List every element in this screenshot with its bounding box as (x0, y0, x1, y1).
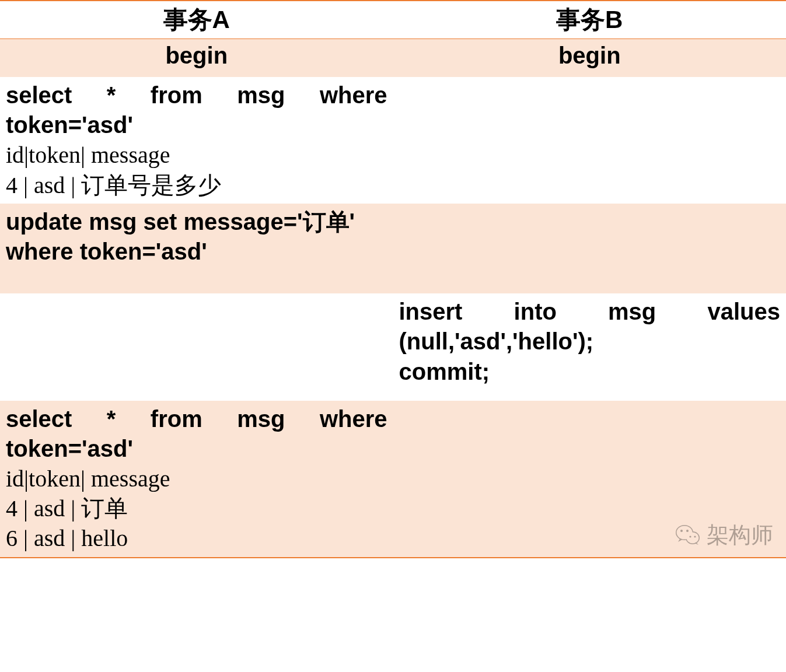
sql-commit: commit; (399, 357, 781, 387)
sql-update: update msg set message='订单' where token=… (6, 207, 387, 267)
svg-point-5 (686, 530, 689, 532)
header-row: 事务A 事务B (0, 1, 786, 39)
sql-select-2: select * from msg where token='asd' (6, 404, 387, 464)
sql-line: insert into msg values (399, 297, 781, 327)
step-1-row: select * from msg where token='asd' id|t… (0, 77, 786, 204)
step-3-row: insert into msg values (null,'asd','hell… (0, 293, 786, 401)
sql-line: token='asd' (6, 436, 133, 461)
step-4-col-a: select * from msg where token='asd' id|t… (0, 401, 393, 558)
step-3-col-a (0, 293, 393, 401)
step-2-col-a: update msg set message='订单' where token=… (0, 204, 393, 293)
result-row: 4 | asd | 订单号是多少 (6, 170, 387, 200)
sql-insert: insert into msg values (null,'asd','hell… (399, 297, 781, 356)
step-3-col-b: insert into msg values (null,'asd','hell… (393, 293, 787, 401)
result-header: id|token| message (6, 140, 387, 170)
svg-point-4 (680, 530, 683, 532)
wechat-icon (675, 523, 701, 547)
result-1: id|token| message 4 | asd | 订单号是多少 (6, 140, 387, 200)
result-header: id|token| message (6, 464, 387, 494)
step-2-col-b (393, 204, 787, 293)
sql-line: select * from msg where (6, 80, 387, 110)
watermark-text: 架构师 (707, 520, 773, 550)
sql-line: (null,'asd','hello'); (399, 328, 594, 354)
step-1-col-a: select * from msg where token='asd' id|t… (0, 77, 393, 204)
sql-select-1: select * from msg where token='asd' (6, 80, 387, 140)
sql-line: update msg set message='订单' (6, 207, 387, 237)
sql-line: where token='asd' (6, 237, 387, 267)
result-row: 4 | asd | 订单 (6, 494, 387, 523)
begin-row: begin begin (0, 39, 786, 78)
header-col-a: 事务A (0, 1, 393, 39)
sql-line: select * from msg where (6, 404, 387, 434)
watermark: 架构师 (675, 520, 773, 550)
begin-b: begin (393, 39, 787, 78)
transaction-table: 事务A 事务B begin begin select * from msg wh… (0, 0, 786, 558)
svg-point-6 (689, 536, 691, 538)
header-col-b: 事务B (393, 1, 787, 39)
begin-a: begin (0, 39, 393, 78)
svg-point-7 (694, 536, 696, 538)
sql-line: token='asd' (6, 112, 133, 138)
step-4-row: select * from msg where token='asd' id|t… (0, 401, 786, 558)
step-1-col-b (393, 77, 787, 204)
result-row: 6 | asd | hello (6, 523, 387, 553)
result-2: id|token| message 4 | asd | 订单 6 | asd |… (6, 464, 387, 554)
step-2-row: update msg set message='订单' where token=… (0, 204, 786, 293)
